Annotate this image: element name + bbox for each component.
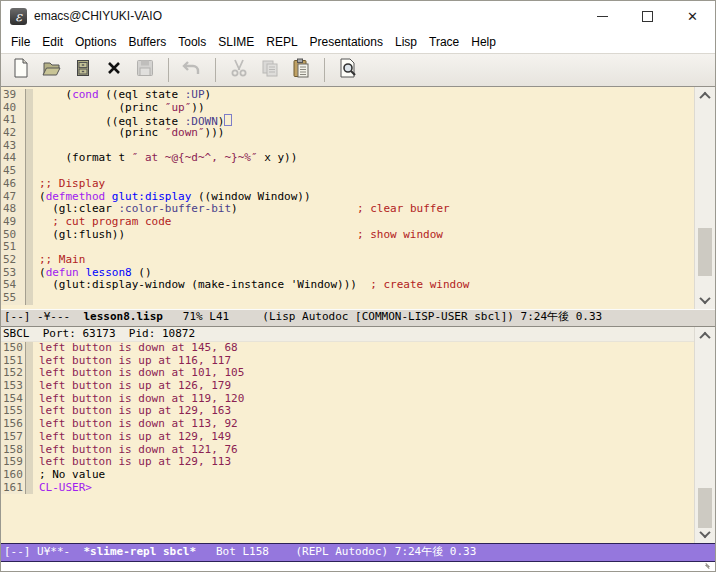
fringe	[26, 102, 33, 115]
search-icon	[336, 56, 360, 84]
buffer-line: 40 (princ ″up″))	[1, 102, 715, 115]
menu-repl[interactable]: REPL	[260, 33, 303, 51]
save-buffer-icon	[133, 56, 157, 84]
fringe	[26, 89, 33, 102]
paste-button[interactable]	[288, 57, 314, 83]
close-button[interactable]: ✕	[670, 1, 715, 31]
dired-button[interactable]	[70, 57, 96, 83]
fringe	[26, 152, 33, 165]
menu-help[interactable]: Help	[465, 33, 502, 51]
buffer-line: 55	[1, 292, 715, 305]
fringe	[26, 418, 33, 431]
fringe	[26, 140, 33, 153]
buffer-line: 159left button is up at 129, 113	[1, 456, 715, 469]
buffer-name: *slime-repl sbcl*	[83, 545, 196, 558]
menu-presentations[interactable]: Presentations	[304, 33, 389, 51]
undo-icon	[180, 56, 204, 84]
buffer-line: 51	[1, 241, 715, 254]
line-text	[33, 292, 39, 305]
scroll-up-arrow[interactable]	[695, 89, 715, 103]
fringe	[26, 367, 33, 380]
toolbar-separator	[324, 58, 325, 82]
code-buffer[interactable]: 39 (cond ((eql state :UP)40 (princ ″up″)…	[1, 87, 715, 309]
menu-slime[interactable]: SLIME	[212, 33, 260, 51]
menu-tools[interactable]: Tools	[172, 33, 212, 51]
line-text: (princ ″down″)))	[33, 127, 224, 140]
paste-icon	[289, 56, 313, 84]
close-icon: ✕	[687, 10, 698, 23]
minimize-button[interactable]	[580, 1, 625, 31]
scroll-up-arrow[interactable]	[695, 329, 715, 343]
line-number: 39	[1, 89, 26, 102]
line-number: 157	[1, 431, 26, 444]
line-number: 49	[1, 216, 26, 229]
undo-button	[179, 57, 205, 83]
emacs-window: ε emacs@CHIYUKI-VAIO ✕ FileEditOptionsBu…	[0, 0, 716, 572]
close-buffer-button[interactable]	[101, 57, 127, 83]
fringe	[26, 127, 33, 140]
fringe	[26, 444, 33, 457]
new-file-button[interactable]	[8, 57, 34, 83]
repl-buffer[interactable]: SBCL Port: 63173 Pid: 10872 150left butt…	[1, 327, 715, 543]
line-number: 156	[1, 418, 26, 431]
fringe	[26, 482, 33, 495]
title-bar: ε emacs@CHIYUKI-VAIO ✕	[1, 1, 715, 31]
fringe	[26, 254, 33, 267]
buffer-line: 45	[1, 165, 715, 178]
toolbar-separator	[168, 58, 169, 82]
fringe	[26, 165, 33, 178]
line-text: (princ ″up″))	[33, 102, 205, 115]
buffer-line: 160; No value	[1, 469, 715, 482]
fringe	[26, 241, 33, 254]
fringe	[26, 405, 33, 418]
close-buffer-icon	[102, 56, 126, 84]
fringe	[26, 469, 33, 482]
menu-options[interactable]: Options	[69, 33, 122, 51]
modeline-slime-repl: [--] U¥**- *slime-repl sbcl* Bot L158 (R…	[1, 543, 715, 562]
line-number: 46	[1, 178, 26, 191]
fringe	[26, 355, 33, 368]
maximize-button[interactable]	[625, 1, 670, 31]
minibuffer-scrollbar[interactable]	[701, 563, 713, 567]
fringe	[26, 279, 33, 292]
scroll-down-arrow[interactable]	[695, 527, 715, 541]
toolbar	[1, 53, 715, 87]
scrollbar-thumb[interactable]	[698, 488, 712, 528]
repl-header-line: SBCL Port: 63173 Pid: 10872	[1, 327, 715, 342]
menu-file[interactable]: File	[5, 33, 36, 51]
line-text: (format t ″ at ~@{~d~^, ~}~%″ x y))	[33, 152, 297, 165]
fringe	[26, 203, 33, 216]
menu-lisp[interactable]: Lisp	[389, 33, 423, 51]
new-file-icon	[9, 56, 33, 84]
hollow-cursor	[224, 114, 232, 126]
minimize-icon	[597, 16, 608, 17]
cut-button	[226, 57, 252, 83]
fringe	[26, 393, 33, 406]
code-scrollbar[interactable]	[694, 87, 715, 309]
cut-icon	[227, 56, 251, 84]
modeline-text: Bot L158 (REPL Autodoc) 7:24午後 0.33	[196, 545, 476, 558]
menu-edit[interactable]: Edit	[36, 33, 69, 51]
fringe	[26, 431, 33, 444]
window-title: emacs@CHIYUKI-VAIO	[34, 9, 162, 23]
line-number: 150	[1, 342, 26, 355]
fringe	[26, 229, 33, 242]
line-text: CL-USER>	[33, 482, 92, 495]
copy-button	[257, 57, 283, 83]
line-text: (glut:display-window (make-instance 'Win…	[33, 279, 469, 292]
repl-scrollbar[interactable]	[694, 327, 715, 543]
menu-buffers[interactable]: Buffers	[122, 33, 172, 51]
fringe	[26, 178, 33, 191]
search-button[interactable]	[335, 57, 361, 83]
line-number: 42	[1, 127, 26, 140]
fringe	[26, 216, 33, 229]
buffer-line: 44 (format t ″ at ~@{~d~^, ~}~%″ x y))	[1, 152, 715, 165]
fringe	[26, 342, 33, 355]
line-number: 48	[1, 203, 26, 216]
fringe	[26, 114, 33, 127]
scroll-down-arrow[interactable]	[695, 293, 715, 307]
fringe	[26, 456, 33, 469]
scrollbar-thumb[interactable]	[698, 228, 712, 276]
menu-trace[interactable]: Trace	[423, 33, 465, 51]
open-file-button[interactable]	[39, 57, 65, 83]
